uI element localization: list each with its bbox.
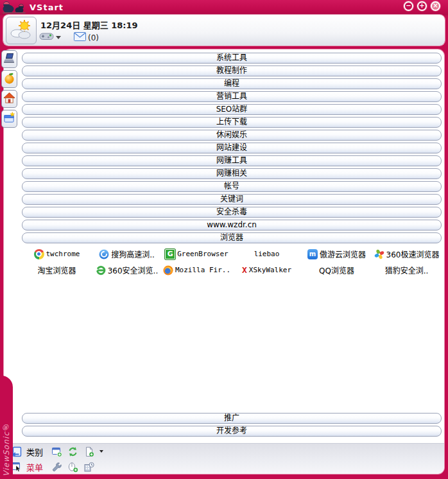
- skin-strip: ViewSonic®: [0, 376, 13, 479]
- schedule-button[interactable]: [83, 461, 95, 473]
- maxthon-icon: m: [307, 249, 318, 259]
- tab-new-folder[interactable]: [1, 110, 17, 128]
- category-button[interactable]: 休闲娱乐: [22, 130, 442, 141]
- refresh-button[interactable]: [67, 446, 79, 458]
- 360ee-pinwheel-icon: [374, 249, 384, 259]
- category-button[interactable]: 教程制作: [22, 65, 442, 76]
- add-item-dropdown-icon[interactable]: [99, 450, 103, 453]
- chrome-icon: [34, 249, 44, 259]
- category-button[interactable]: 系统工具: [22, 53, 442, 64]
- building-clock-icon: [83, 462, 94, 473]
- category-button-browsers[interactable]: 浏览器: [22, 232, 442, 243]
- shortcut-maxthon[interactable]: m 傲游云浏览器: [302, 246, 372, 262]
- category-button[interactable]: 网赚工具: [22, 155, 442, 166]
- folder-star-icon: [3, 112, 15, 126]
- document-add-icon: [83, 446, 94, 457]
- mouse-add-button[interactable]: [67, 461, 79, 473]
- shortcut-360ee[interactable]: 360极速浏览器: [372, 246, 442, 262]
- home-icon: [3, 92, 15, 107]
- mail-button[interactable]: (0): [74, 31, 99, 44]
- minimize-button[interactable]: −: [404, 1, 413, 11]
- category-list: 系统工具 教程制作 编程 营销工具 SEO站群 上传下载 休闲娱乐 网站建设 网…: [22, 53, 442, 245]
- shortcut-twchrome[interactable]: twchrome: [22, 246, 92, 262]
- browser-shortcut-grid: twchrome 搜狗高速浏.. G GreenBrowser: [22, 246, 442, 278]
- firefox-icon: [163, 265, 173, 275]
- add-item-button[interactable]: [83, 446, 95, 458]
- envelope-icon: [74, 31, 86, 44]
- header-panel: 12月24日 星期三 18:19: [3, 15, 445, 46]
- game-launcher-button[interactable]: [39, 31, 61, 44]
- add-category-button[interactable]: [51, 446, 63, 458]
- main-panel: 系统工具 教程制作 编程 营销工具 SEO站群 上传下载 休闲娱乐 网站建设 网…: [4, 49, 444, 474]
- category-toolbar-label: 类别: [26, 446, 43, 458]
- sogou-icon: [99, 249, 109, 259]
- shortcut-xskywalker[interactable]: X XSkyWalker: [232, 262, 302, 278]
- shortcut-360se[interactable]: 360安全浏览..: [92, 262, 162, 278]
- shortcut-qq-browser[interactable]: QQ浏览器: [302, 262, 372, 278]
- sidebar-tabs: [1, 50, 18, 130]
- 360se-icon: [96, 265, 106, 275]
- skin-brand-text: ViewSonic®: [2, 422, 11, 476]
- bottom-toolbar: 类别: [4, 443, 444, 474]
- orange-fruit-icon: [3, 72, 15, 87]
- wrench-icon: [51, 462, 62, 473]
- menu-toolbar-label: 菜单: [26, 461, 43, 473]
- xskywalker-icon: X: [242, 265, 247, 275]
- mouse-add-icon: [67, 462, 78, 473]
- window-title: VStart: [30, 3, 64, 12]
- shortcut-firefox[interactable]: Mozilla Fir..: [162, 262, 232, 278]
- tab-home[interactable]: [1, 90, 17, 108]
- settings-button[interactable]: [51, 461, 63, 473]
- window-add-icon: [51, 446, 62, 457]
- shortcut-label: twchrome: [46, 250, 80, 258]
- sun-cloud-icon: [9, 19, 33, 42]
- shortcut-greenbrowser[interactable]: G GreenBrowser: [162, 246, 232, 262]
- category-button[interactable]: 营销工具: [22, 91, 442, 102]
- category-button[interactable]: 网赚相关: [22, 168, 442, 179]
- shortcut-label: 搜狗高速浏..: [111, 248, 155, 259]
- shortcut-label: 淘宝浏览器: [37, 265, 76, 275]
- shortcut-label: 猎豹安全浏..: [385, 265, 429, 275]
- tab-favorites[interactable]: [1, 70, 17, 88]
- category-button[interactable]: SEO站群: [22, 104, 442, 115]
- category-button[interactable]: 上传下载: [22, 117, 442, 128]
- title-bar[interactable]: VStart − + ×: [0, 0, 448, 15]
- shortcut-label: QQ浏览器: [319, 265, 354, 275]
- laptop-icon: [3, 52, 15, 67]
- category-button[interactable]: 编程: [22, 78, 442, 89]
- shortcut-label: XSkyWalker: [249, 266, 291, 274]
- chevron-down-icon[interactable]: [56, 36, 61, 39]
- category-button[interactable]: 关键词: [22, 194, 442, 205]
- mail-count: (0): [88, 33, 99, 42]
- shortcut-label: liebao: [254, 250, 280, 258]
- shortcut-sogou[interactable]: 搜狗高速浏..: [92, 246, 162, 262]
- category-button[interactable]: 网站建设: [22, 143, 442, 153]
- category-button-dev-reference[interactable]: 开发参考: [22, 426, 442, 437]
- greenbrowser-icon: G: [165, 249, 175, 259]
- shortcut-liebao[interactable]: liebao: [232, 246, 302, 262]
- bottom-category-list: 推广 开发参考: [22, 413, 442, 439]
- category-button[interactable]: www.wzdr.cn: [22, 220, 442, 231]
- category-button[interactable]: 安全杀毒: [22, 207, 442, 218]
- tab-computer[interactable]: [1, 50, 17, 68]
- close-button[interactable]: ×: [431, 1, 440, 11]
- refresh-icon: [67, 446, 78, 457]
- shortcut-label: 360极速浏览器: [386, 248, 440, 259]
- weather-button[interactable]: [6, 17, 37, 44]
- gamepad-icon: [39, 31, 55, 44]
- vstart-window: VStart − + ×: [0, 0, 448, 479]
- shortcut-taobao[interactable]: 淘宝浏览器: [22, 262, 92, 278]
- shortcut-label: Mozilla Fir..: [175, 266, 230, 274]
- date-time-text: 12月24日 星期三 18:19: [40, 19, 138, 31]
- shortcut-label: GreenBrowser: [177, 250, 228, 258]
- category-button[interactable]: 帐号: [22, 181, 442, 192]
- shortcut-liebao-safe[interactable]: 猎豹安全浏..: [372, 262, 442, 278]
- category-button-promotion[interactable]: 推广: [22, 413, 442, 424]
- shortcut-label: 360安全浏览..: [108, 265, 159, 275]
- maximize-button[interactable]: +: [417, 1, 427, 11]
- shortcut-label: 傲游云浏览器: [320, 248, 366, 259]
